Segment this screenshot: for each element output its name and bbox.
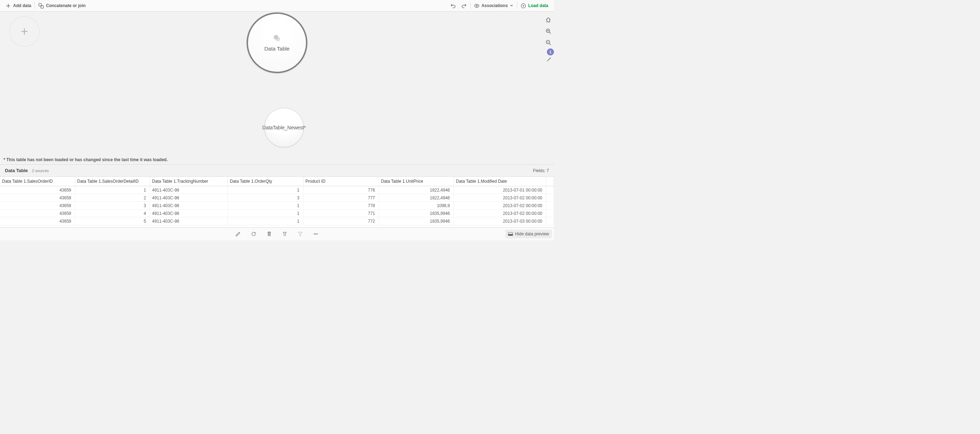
source-icon: [273, 34, 281, 42]
table-cell: 4: [75, 210, 150, 217]
concat-join-button[interactable]: Concatenate or join: [36, 2, 88, 10]
table-cell: 4911-403C-98: [150, 202, 228, 210]
concat-join-label: Concatenate or join: [46, 3, 86, 8]
table-row[interactable]: 4365924911-403C-9837771822,49462013-07-0…: [0, 194, 554, 202]
table-cell: 1: [75, 186, 150, 194]
preview-header: Data Table 2 sources Fields: 7: [0, 164, 554, 176]
home-button[interactable]: [544, 16, 552, 24]
table-cell: 1: [228, 186, 303, 194]
column-header[interactable]: Product ID: [303, 177, 379, 186]
table-cell: 777: [303, 194, 379, 202]
add-data-button[interactable]: Add data: [3, 2, 34, 10]
toolbar-separator: [470, 2, 471, 9]
table-bubble-data-table[interactable]: Data Table: [247, 12, 307, 73]
column-header[interactable]: Data Table 1.OrderQty: [228, 177, 303, 186]
table-cell-spacer: [546, 194, 554, 202]
bubble-label: DataTable_Newest*: [262, 125, 306, 131]
table-cell-spacer: [546, 217, 554, 225]
column-header[interactable]: Data Table 1.Modified Date: [453, 177, 546, 186]
svg-line-16: [549, 43, 551, 45]
svg-point-10: [275, 37, 280, 41]
filter-button[interactable]: [296, 230, 304, 238]
table-row[interactable]: 4365954911-403C-9817721835,99462013-07-0…: [0, 217, 554, 225]
eye-icon: [474, 3, 479, 8]
panel-icon: [508, 232, 513, 236]
undo-icon: [450, 3, 456, 8]
svg-point-4: [476, 5, 477, 6]
canvas-footnote: * This table has not been loaded or has …: [3, 157, 168, 162]
pencil-icon: [235, 231, 241, 237]
table-cell: 771: [303, 210, 379, 217]
trash-icon: [266, 231, 272, 237]
unpivot-button[interactable]: [281, 230, 289, 238]
table-cell: 3: [228, 194, 303, 202]
table-cell: 43659: [0, 194, 75, 202]
table-cell: 43659: [0, 186, 75, 194]
top-toolbar: Add data Concatenate or join Association…: [0, 0, 554, 12]
undo-button[interactable]: [448, 2, 458, 10]
more-button[interactable]: [312, 230, 320, 238]
canvas-side-tools: [544, 16, 552, 46]
delete-button[interactable]: [265, 230, 273, 238]
table-cell: 4911-403C-98: [150, 217, 228, 225]
column-header-spacer: [546, 177, 554, 186]
table-cell: 4911-403C-98: [150, 186, 228, 194]
plus-icon: [6, 3, 11, 8]
fields-count: Fields: 7: [533, 168, 549, 173]
play-circle-icon: [521, 3, 526, 8]
recommendations-badge[interactable]: 1: [547, 48, 554, 56]
plus-icon: [21, 28, 28, 35]
table-cell: 4911-403C-98: [150, 194, 228, 202]
column-header[interactable]: Data Table 1.UnitPrice: [379, 177, 453, 186]
zoom-out-icon: [546, 40, 551, 45]
zoom-out-button[interactable]: [544, 38, 552, 46]
edit-button[interactable]: [234, 230, 242, 238]
data-model-canvas[interactable]: Data Table DataTable_Newest* * This tabl…: [0, 12, 554, 164]
svg-point-20: [315, 234, 316, 234]
add-data-bubble[interactable]: [9, 16, 40, 47]
table-cell-spacer: [546, 202, 554, 210]
table-row[interactable]: 4365934911-403C-9817781098,92013-07-02 0…: [0, 202, 554, 210]
bottom-actions: [234, 230, 320, 238]
table-cell: 1835,9946: [379, 217, 453, 225]
table-bubble-datatable-newest[interactable]: DataTable_Newest*: [264, 108, 304, 147]
column-header[interactable]: Data Table 1.SalesOrderID: [0, 177, 75, 186]
zoom-in-button[interactable]: [544, 27, 552, 35]
hide-preview-label: Hide data preview: [515, 231, 549, 236]
load-data-button[interactable]: Load data: [518, 2, 551, 10]
hide-preview-button[interactable]: Hide data preview: [505, 230, 552, 238]
column-header[interactable]: Data Table 1.SalesOrderDetailID: [75, 177, 150, 186]
svg-rect-3: [41, 5, 44, 8]
preview-table: Data Table 1.SalesOrderID Data Table 1.S…: [0, 177, 554, 225]
table-cell: 1822,4946: [379, 186, 453, 194]
associations-button[interactable]: Associations: [471, 2, 517, 10]
table-cell: 43659: [0, 210, 75, 217]
magic-wand-button[interactable]: [546, 56, 552, 62]
svg-line-12: [549, 32, 551, 34]
preview-title: Data Table: [5, 168, 28, 173]
unpivot-icon: [282, 231, 288, 237]
svg-rect-23: [508, 234, 512, 236]
table-cell: 43659: [0, 202, 75, 210]
column-header[interactable]: Data Table 1.TrackingNumber: [150, 177, 228, 186]
bubble-label: Data Table: [264, 46, 290, 52]
refresh-button[interactable]: [250, 230, 258, 238]
table-cell: 2013-07-01 00:00:00: [453, 186, 546, 194]
table-row[interactable]: 4365944911-403C-9817711835,99462013-07-0…: [0, 210, 554, 217]
table-cell: 772: [303, 217, 379, 225]
svg-point-21: [317, 234, 318, 234]
refresh-icon: [251, 231, 256, 237]
table-cell: 2013-07-02 00:00:00: [453, 202, 546, 210]
chevron-down-icon: [510, 4, 513, 7]
associations-label: Associations: [482, 3, 508, 8]
preview-table-container: Data Table 1.SalesOrderID Data Table 1.S…: [0, 176, 554, 228]
table-cell: 1: [228, 217, 303, 225]
table-cell: 2013-07-02 00:00:00: [453, 194, 546, 202]
bottom-bar: Hide data preview: [0, 228, 554, 240]
table-cell-spacer: [546, 210, 554, 217]
table-cell: 1098,9: [379, 202, 453, 210]
table-row[interactable]: 4365914911-403C-9817761822,49462013-07-0…: [0, 186, 554, 194]
load-data-label: Load data: [528, 3, 548, 8]
table-cell-spacer: [546, 186, 554, 194]
redo-button[interactable]: [458, 2, 469, 10]
